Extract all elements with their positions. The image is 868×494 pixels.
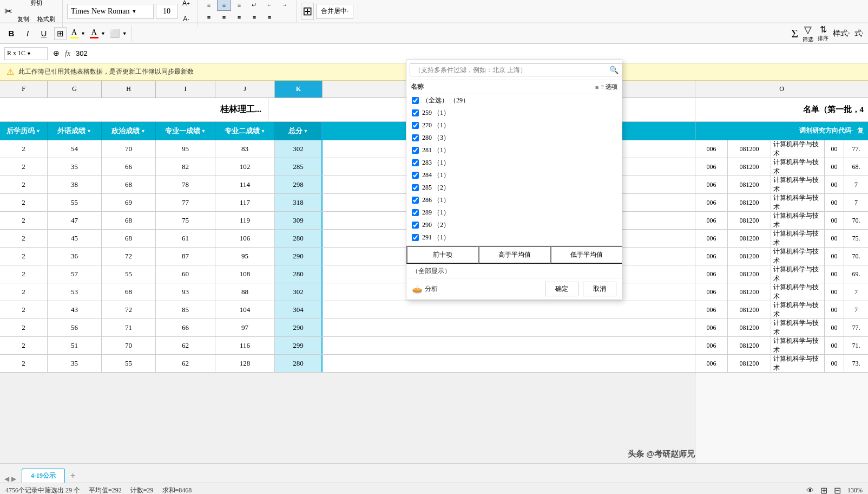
fill-color-button[interactable]: A — [70, 28, 78, 38]
top-ten-button[interactable]: 前十项 — [406, 246, 478, 264]
col-header-k[interactable]: K — [275, 81, 323, 98]
filter-list-item[interactable]: 290 （2） — [406, 219, 622, 231]
filter-dropdown-icon-i[interactable]: ▼ — [201, 128, 206, 134]
wrap-button[interactable]: ↵ — [247, 0, 261, 11]
eraser-icon[interactable]: ⬜ — [110, 29, 120, 38]
increase-font-button[interactable]: A+ — [180, 0, 193, 11]
filter-list-item[interactable]: 292 （1） — [406, 244, 622, 246]
analyze-button[interactable]: 🥧 分析 — [412, 284, 438, 294]
align-top-center-button[interactable]: ≡ — [217, 0, 231, 11]
scissors-icon: ✂ — [4, 5, 12, 17]
header-k: 总分 ▼ — [275, 122, 323, 140]
filter-item-label: 285 （2） — [422, 183, 450, 192]
filter-actions: 🥧 分析 确定 取消 — [406, 278, 622, 300]
right-adj-header: 调剂研究方向代码· — [799, 126, 853, 135]
sort-label: 排序 — [818, 35, 828, 42]
filter-item-checkbox[interactable] — [412, 109, 419, 116]
filter-item-checkbox[interactable] — [412, 197, 419, 204]
filter-item-checkbox[interactable] — [412, 122, 419, 129]
decrease-font-button[interactable]: A- — [180, 11, 193, 27]
filter-item-checkbox[interactable] — [412, 147, 419, 154]
format-button[interactable]: 格式刷 — [35, 12, 58, 27]
filter-list-item[interactable]: 259 （1） — [406, 107, 622, 119]
filter-dropdown-icon-g[interactable]: ▼ — [87, 128, 91, 134]
underline-button[interactable]: U — [37, 26, 51, 41]
add-sheet-button[interactable]: + — [66, 469, 80, 483]
col-header-h[interactable]: H — [102, 81, 156, 98]
filter-header: 名称 ≡ ≡ 选项 — [406, 80, 622, 94]
filter-dropdown-icon-f[interactable]: ▼ — [36, 128, 41, 134]
filter-list-item[interactable]: 285 （2） — [406, 181, 622, 194]
filter-item-checkbox[interactable] — [412, 184, 419, 191]
filter-cancel-button[interactable]: 取消 — [583, 282, 616, 296]
filter-list-item[interactable]: 286 （1） — [406, 194, 622, 206]
filter-search-input[interactable] — [410, 63, 622, 76]
font-size-selector[interactable]: 10 — [156, 4, 177, 19]
filter-item-checkbox[interactable] — [412, 159, 419, 166]
filter-item-label: 284 （1） — [422, 171, 450, 180]
sigma-icon[interactable]: Σ — [791, 27, 798, 41]
below-avg-button[interactable]: 低于平均值 — [550, 246, 622, 264]
align-top-right-button[interactable]: ≡ — [232, 0, 246, 11]
cell-ref-dropdown[interactable]: ▼ — [27, 51, 31, 56]
sort-icon[interactable]: ⇅ — [820, 24, 827, 35]
formula-input[interactable] — [74, 49, 864, 57]
col-header-i[interactable]: I — [156, 81, 215, 98]
filter-confirm-button[interactable]: 确定 — [545, 282, 578, 296]
align-top-left-button[interactable]: ≡ — [202, 0, 216, 11]
filter-show-all-button[interactable]: （全部显示） — [406, 264, 622, 278]
font-color-dropdown-icon[interactable]: ▼ — [101, 31, 106, 36]
filter-list-item[interactable]: 270 （1） — [406, 119, 622, 132]
format-icon[interactable]: 式· — [854, 29, 864, 38]
col-header-j[interactable]: J — [215, 81, 275, 98]
filter-item-checkbox[interactable] — [412, 222, 419, 229]
filter-options-button[interactable]: ≡ ≡ 选项 — [595, 83, 617, 91]
funnel-icon[interactable]: ▽ — [804, 24, 812, 36]
eraser-dropdown-icon[interactable]: ▼ — [122, 31, 127, 36]
filter-dropdown-icon-h[interactable]: ▼ — [141, 128, 146, 134]
align-bottom-left-button[interactable]: ≡ — [202, 11, 216, 23]
view-icon-grid[interactable]: ⊞ — [820, 485, 827, 494]
cut-button[interactable]: 剪切 — [15, 0, 58, 11]
right-col-header-o[interactable]: O — [695, 81, 868, 98]
align-distribute-button[interactable]: ≡ — [262, 11, 277, 23]
italic-button[interactable]: I — [21, 26, 35, 41]
filter-item-checkbox[interactable] — [412, 234, 419, 241]
filter-item-checkbox[interactable] — [412, 97, 419, 104]
filter-list-item[interactable]: 280 （3） — [406, 132, 622, 144]
filter-dropdown-icon-j[interactable]: ▼ — [261, 128, 266, 134]
align-bottom-center-button[interactable]: ≡ — [217, 11, 231, 23]
filter-list-item[interactable]: （全选） （29） — [406, 94, 622, 107]
next-sheet-button[interactable]: ▶ — [11, 475, 16, 483]
above-avg-button[interactable]: 高于平均值 — [478, 246, 550, 264]
merge-button[interactable]: 合并居中· — [316, 4, 353, 19]
copy-button[interactable]: 复制· — [15, 12, 34, 27]
styles-icon[interactable]: 样式· — [833, 29, 850, 38]
filter-item-checkbox[interactable] — [412, 172, 419, 179]
indent-inc-button[interactable]: → — [278, 0, 292, 11]
toolbar: ✂ 剪切 复制· 格式刷 Times New Roman ▼ 10 A+ — [0, 0, 868, 23]
font-name-selector[interactable]: Times New Roman ▼ — [67, 4, 154, 19]
filter-dropdown-icon-k[interactable]: ▼ — [304, 128, 308, 134]
filter-item-checkbox[interactable] — [412, 134, 419, 141]
cell-reference[interactable]: R x 1C ▼ — [4, 47, 48, 60]
fill-dropdown-icon[interactable]: ▼ — [81, 31, 86, 36]
filter-list-item[interactable]: 289 （1） — [406, 206, 622, 219]
align-bottom-right-button[interactable]: ≡ — [232, 11, 246, 23]
font-color-button[interactable]: A — [90, 28, 98, 38]
col-header-f[interactable]: F — [0, 81, 48, 98]
filter-list-item[interactable]: 281 （1） — [406, 144, 622, 157]
filter-list-item[interactable]: 291 （1） — [406, 231, 622, 244]
filter-item-checkbox[interactable] — [412, 209, 419, 216]
indent-dec-button[interactable]: ← — [262, 0, 277, 11]
filter-list-item[interactable]: 283 （1） — [406, 157, 622, 169]
col-header-g[interactable]: G — [48, 81, 102, 98]
bold-button[interactable]: B — [4, 26, 18, 41]
align-justify-button[interactable]: ≡ — [247, 11, 261, 23]
prev-sheet-button[interactable]: ◀ — [4, 475, 9, 483]
filter-list-item[interactable]: 284 （1） — [406, 169, 622, 181]
view-icon-minus[interactable]: ⊟ — [834, 485, 841, 494]
sheet-tab-active[interactable]: 4-19公示 — [22, 469, 65, 483]
filter-item-label: 283 （1） — [422, 158, 450, 167]
filter-item-label: 286 （1） — [422, 196, 450, 205]
